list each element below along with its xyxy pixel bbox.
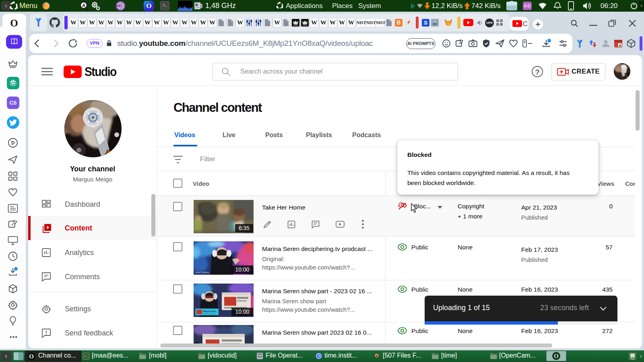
svg-text:Steve Carabias: Steve Carabias [195, 271, 209, 274]
svg-text:A: A [376, 354, 378, 357]
svg-text:Live Pro Contact: Live Pro Contact [203, 313, 215, 315]
svg-text:4: 4 [619, 43, 621, 47]
svg-text:Marina 12:46: Marina 12:46 [203, 310, 216, 313]
svg-text:A: A [82, 3, 86, 8]
